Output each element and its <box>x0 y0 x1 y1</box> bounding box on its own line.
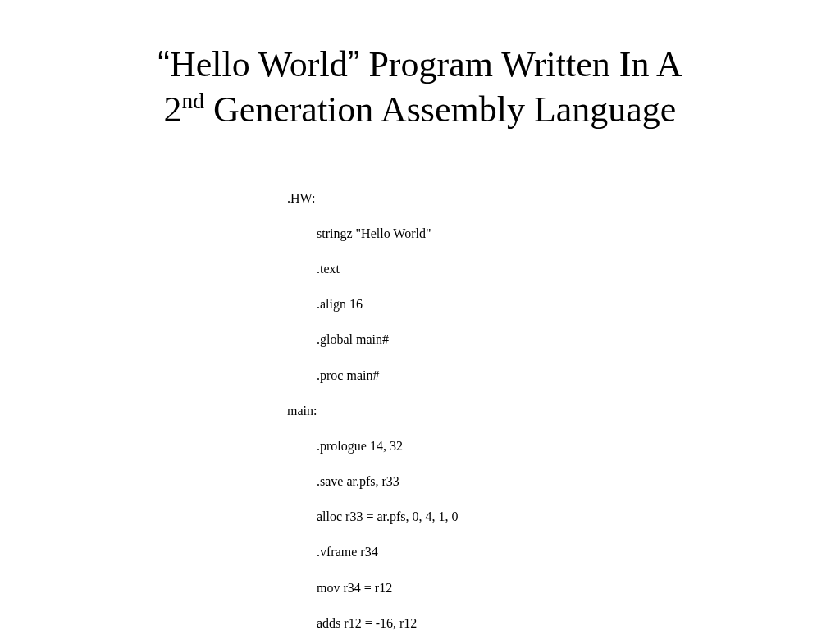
code-line: .global main# <box>317 331 766 349</box>
code-line: .text <box>317 260 766 278</box>
code-line: alloc r33 = ar.pfs, 0, 4, 1, 0 <box>317 508 766 526</box>
slide-title: “Hello World” Program Written In A 2nd G… <box>74 41 766 132</box>
code-line: main: <box>287 402 766 420</box>
code-line: .HW: <box>287 189 766 208</box>
code-line: .prologue 14, 32 <box>317 437 766 455</box>
title-part-2: Generation Assembly Language <box>204 89 677 130</box>
slide: “Hello World” Program Written In A 2nd G… <box>0 0 840 630</box>
close-quote: ” <box>348 43 360 84</box>
code-line: .align 16 <box>317 295 766 313</box>
code-line: adds r12 = -16, r12 <box>317 614 766 630</box>
open-quote: “ <box>158 43 170 84</box>
code-line: stringz "Hello World" <box>317 225 766 243</box>
code-line: .save ar.pfs, r33 <box>317 472 766 491</box>
code-line: .vframe r34 <box>317 543 766 561</box>
code-line: mov r34 = r12 <box>317 579 766 597</box>
title-hello-world: Hello World <box>170 44 348 84</box>
title-two: 2 <box>164 89 182 130</box>
assembly-code-block: .HW: stringz "Hello World" .text .align … <box>287 171 766 630</box>
title-superscript: nd <box>182 89 204 113</box>
title-part-1: Program Written In A <box>359 44 682 84</box>
code-line: .proc main# <box>317 367 766 385</box>
